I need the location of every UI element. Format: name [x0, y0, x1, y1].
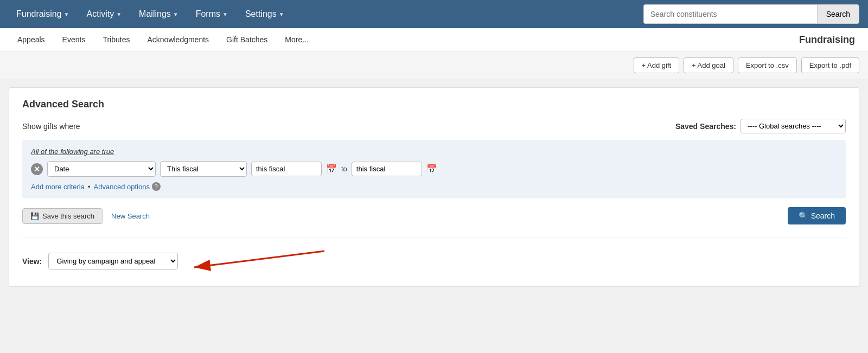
view-row: View: Giving by campaign and appeal Givi…	[22, 248, 178, 274]
nav-mailings[interactable]: Mailings ▼	[131, 5, 186, 23]
nav-settings-label: Settings	[245, 9, 277, 19]
action-bar: + Add gift + Add goal Export to .csv Exp…	[0, 52, 868, 79]
page-title: Fundraising	[799, 34, 859, 46]
bottom-action-row: 💾 Save this search New Search 🔍 Search	[22, 207, 846, 224]
bottom-left-actions: 💾 Save this search New Search	[22, 208, 150, 224]
nav-settings[interactable]: Settings ▼	[238, 5, 292, 23]
svg-line-1	[194, 251, 324, 267]
save-icon: 💾	[30, 212, 39, 220]
criteria-area: All of the following are true ✕ Date Thi…	[22, 140, 846, 198]
nav-activity-chevron: ▼	[116, 11, 122, 17]
nav-appeals-label: Appeals	[17, 35, 45, 44]
nav-events-label: Events	[62, 35, 86, 44]
nav-settings-chevron: ▼	[279, 11, 284, 17]
nav-tributes-label: Tributes	[103, 35, 130, 44]
search-main-button[interactable]: 🔍 Search	[788, 207, 846, 224]
from-calendar-icon[interactable]: 📅	[326, 164, 337, 174]
nav-acknowledgments-label: Acknowledgments	[147, 35, 209, 44]
nav-appeals[interactable]: Appeals	[9, 28, 54, 52]
criteria-field-select[interactable]: Date	[47, 161, 156, 177]
nav-events[interactable]: Events	[54, 28, 94, 52]
nav-gift-batches[interactable]: Gift Batches	[218, 28, 276, 52]
search-magnifier-icon: 🔍	[799, 211, 808, 220]
nav-fundraising[interactable]: Fundraising ▼	[9, 5, 77, 23]
nav-more-label: More...	[285, 35, 309, 44]
save-search-button[interactable]: 💾 Save this search	[22, 208, 103, 224]
export-pdf-button[interactable]: Export to .pdf	[801, 57, 859, 73]
new-search-link[interactable]: New Search	[111, 212, 150, 220]
nav-tributes[interactable]: Tributes	[94, 28, 138, 52]
criteria-from-input[interactable]	[251, 162, 322, 176]
add-more-criteria-link[interactable]: Add more criteria	[31, 183, 85, 191]
nav-gift-batches-label: Gift Batches	[226, 35, 267, 44]
nav-acknowledgments[interactable]: Acknowledgments	[138, 28, 218, 52]
criteria-row: ✕ Date This fiscal 📅 to 📅	[31, 161, 837, 177]
to-label: to	[341, 165, 347, 173]
add-goal-button[interactable]: + Add goal	[684, 57, 733, 73]
nav-activity-label: Activity	[87, 9, 114, 19]
nav-more[interactable]: More...	[276, 28, 317, 52]
advanced-options-link[interactable]: Advanced options	[94, 183, 150, 191]
nav-fundraising-label: Fundraising	[16, 9, 62, 19]
remove-criteria-button[interactable]: ✕	[31, 163, 43, 175]
nav-mailings-label: Mailings	[139, 9, 171, 19]
nav-mailings-chevron: ▼	[173, 11, 178, 17]
criteria-label: All of the following are true	[31, 147, 837, 156]
top-navigation: Fundraising ▼ Activity ▼ Mailings ▼ Form…	[0, 0, 868, 28]
nav-activity[interactable]: Activity ▼	[79, 5, 130, 23]
view-select[interactable]: Giving by campaign and appeal Giving by …	[48, 253, 178, 269]
help-icon[interactable]: ?	[152, 182, 161, 191]
top-search-bar: Search	[643, 4, 859, 24]
advanced-search-header: Show gifts where Saved Searches: ---- Gl…	[22, 119, 846, 133]
saved-searches-label: Saved Searches:	[675, 122, 736, 131]
view-label: View:	[22, 257, 42, 266]
nav-forms-chevron: ▼	[222, 11, 228, 17]
nav-forms-label: Forms	[196, 9, 220, 19]
criteria-separator: •	[88, 183, 91, 191]
main-content: Advanced Search Show gifts where Saved S…	[0, 79, 868, 304]
add-gift-button[interactable]: + Add gift	[634, 57, 680, 73]
nav-forms[interactable]: Forms ▼	[188, 5, 235, 23]
secondary-navigation: Appeals Events Tributes Acknowledgments …	[0, 28, 868, 52]
show-gifts-label: Show gifts where	[22, 122, 80, 131]
saved-searches-group: Saved Searches: ---- Global searches ---…	[675, 119, 846, 133]
criteria-links: Add more criteria • Advanced options ?	[31, 182, 837, 191]
nav-fundraising-chevron: ▼	[64, 11, 69, 17]
search-main-label: Search	[811, 211, 835, 220]
saved-searches-select[interactable]: ---- Global searches ----	[741, 119, 846, 133]
advanced-search-title: Advanced Search	[22, 99, 846, 110]
export-csv-button[interactable]: Export to .csv	[738, 57, 797, 73]
to-calendar-icon[interactable]: 📅	[426, 164, 437, 174]
criteria-to-input[interactable]	[352, 162, 422, 176]
criteria-operator-select[interactable]: This fiscal	[160, 161, 247, 177]
search-input[interactable]	[643, 4, 817, 24]
save-search-label: Save this search	[42, 212, 94, 220]
search-button-top[interactable]: Search	[817, 4, 859, 24]
red-arrow-annotation	[178, 247, 330, 274]
advanced-search-panel: Advanced Search Show gifts where Saved S…	[9, 87, 859, 287]
